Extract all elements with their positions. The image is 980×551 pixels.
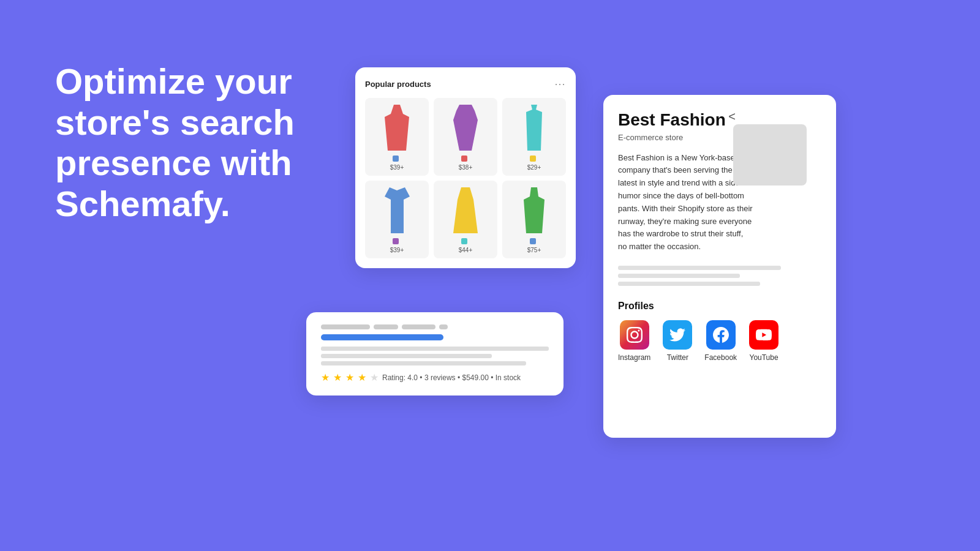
rating-text: Rating: 4.0 • 3 reviews • $549.00 • In s…	[382, 373, 521, 382]
star-icon: ★	[333, 372, 342, 383]
product-image	[379, 186, 415, 234]
url-pill	[321, 324, 370, 329]
hero-section: Optimize your store's search presence wi…	[55, 61, 337, 225]
youtube-icon	[749, 320, 778, 350]
product-icon	[530, 156, 536, 162]
youtube-label: YouTube	[749, 353, 778, 362]
url-chevron	[439, 324, 448, 329]
info-bars	[618, 266, 821, 286]
product-item[interactable]: $39+	[365, 98, 429, 176]
product-price: $39+	[390, 164, 404, 171]
product-image	[516, 186, 552, 234]
product-item[interactable]: $44+	[434, 181, 497, 258]
business-description: Best Fashion is a New York-based company…	[618, 152, 753, 253]
product-icon	[530, 238, 536, 244]
product-item[interactable]: $29+	[502, 98, 566, 176]
url-pill	[402, 324, 435, 329]
info-bar	[618, 274, 740, 278]
search-title-bar	[321, 334, 443, 340]
star-half-icon: ★	[370, 372, 379, 383]
product-item[interactable]: $75+	[502, 181, 566, 258]
search-rating: ★ ★ ★ ★ ★ Rating: 4.0 • 3 reviews • $549…	[321, 372, 549, 383]
info-bar	[618, 282, 760, 286]
product-icon	[393, 156, 399, 162]
product-icon	[393, 238, 399, 244]
instagram-icon	[620, 320, 649, 350]
star-icon: ★	[358, 372, 366, 383]
product-price: $44+	[459, 247, 473, 253]
product-meta	[530, 156, 538, 162]
product-price: $29+	[527, 164, 541, 171]
search-result-card: ★ ★ ★ ★ ★ Rating: 4.0 • 3 reviews • $549…	[306, 312, 564, 395]
product-meta	[393, 238, 401, 244]
product-meta	[461, 238, 470, 244]
url-pill	[374, 324, 398, 329]
profiles-section: Profiles Instagram Twitter	[618, 301, 821, 362]
profiles-grid: Instagram Twitter Facebook	[618, 320, 821, 362]
product-price: $75+	[527, 247, 541, 253]
profile-facebook[interactable]: Facebook	[704, 320, 737, 362]
profile-instagram[interactable]: Instagram	[618, 320, 650, 362]
product-meta	[393, 156, 401, 162]
product-meta	[530, 238, 538, 244]
product-image	[379, 103, 415, 152]
facebook-icon	[706, 320, 736, 350]
info-bar	[618, 266, 781, 270]
product-meta	[461, 156, 470, 162]
business-name: Best Fashion	[618, 110, 726, 130]
hero-title: Optimize your store's search presence wi…	[55, 61, 337, 225]
card-title: Popular products	[365, 80, 431, 89]
more-options-icon[interactable]: ⋯	[554, 77, 566, 91]
instagram-label: Instagram	[618, 353, 650, 362]
product-image	[516, 103, 552, 152]
product-price: $39+	[390, 247, 404, 253]
product-icon	[461, 238, 467, 244]
products-grid: $39+ $38+	[365, 98, 566, 258]
profile-twitter[interactable]: Twitter	[663, 320, 692, 362]
product-image	[447, 186, 484, 234]
search-desc-bar	[321, 361, 526, 365]
product-price: $38+	[459, 164, 473, 171]
product-image	[447, 103, 484, 152]
card-header: Popular products ⋯	[365, 77, 566, 91]
popular-products-card: Popular products ⋯ $39+	[355, 67, 576, 268]
twitter-label: Twitter	[667, 353, 688, 362]
product-icon	[461, 156, 467, 162]
profile-youtube[interactable]: YouTube	[749, 320, 778, 362]
star-icon: ★	[345, 372, 354, 383]
product-item[interactable]: $39+	[365, 181, 429, 258]
twitter-icon	[663, 320, 692, 350]
star-icon: ★	[321, 372, 330, 383]
search-desc-bar	[321, 354, 492, 358]
share-icon[interactable]: <	[728, 110, 736, 124]
product-item[interactable]: $38+	[434, 98, 497, 176]
search-desc-bar	[321, 347, 549, 351]
business-image	[733, 124, 807, 186]
url-bar	[321, 324, 549, 329]
profiles-title: Profiles	[618, 301, 821, 312]
business-info-card: Best Fashion < E-commerce store Best Fas…	[603, 95, 836, 438]
facebook-label: Facebook	[704, 353, 737, 362]
